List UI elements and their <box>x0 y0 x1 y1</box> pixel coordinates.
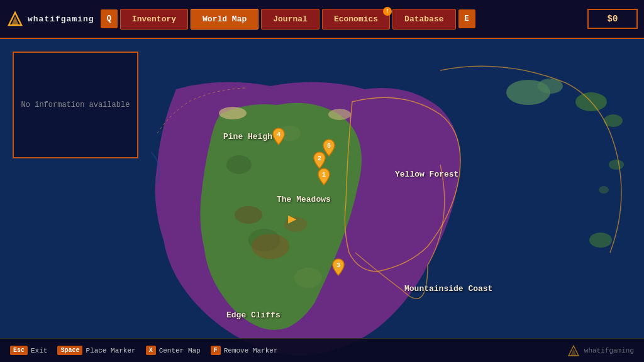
tab-economics[interactable]: Economics! <box>322 9 390 30</box>
svg-point-13 <box>278 126 301 141</box>
shortcut-e-button[interactable]: E <box>458 9 475 28</box>
key-label-x: Center Map <box>159 347 201 354</box>
bottom-logo: whatifgaming <box>567 344 634 358</box>
key-badge-esc: Esc <box>10 346 28 355</box>
logo-area: whatifgaming <box>6 10 94 28</box>
key-hint-f: FRemove Marker <box>211 346 278 355</box>
info-panel-text: No information available <box>21 101 130 109</box>
tab-inventory[interactable]: Inventory <box>120 9 188 30</box>
svg-point-15 <box>328 109 351 120</box>
svg-point-17 <box>284 217 307 232</box>
currency-display: $0 <box>587 9 638 29</box>
logo-icon <box>6 10 24 28</box>
nav-tabs: Q InventoryWorld MapJournalEconomics!Dat… <box>101 9 587 30</box>
key-hint-esc: EscExit <box>10 346 47 355</box>
key-hint-space: SpacePlace Marker <box>57 346 135 355</box>
tab-worldmap[interactable]: World Map <box>191 9 258 30</box>
svg-point-10 <box>226 155 252 174</box>
svg-point-9 <box>538 79 563 94</box>
key-label-esc: Exit <box>31 347 47 354</box>
logo-text: whatifgaming <box>28 14 94 24</box>
info-panel: No information available <box>13 52 138 158</box>
bottom-bar: EscExitSpacePlace MarkerXCenter MapFRemo… <box>0 338 644 362</box>
svg-point-16 <box>252 234 289 259</box>
bottom-logo-icon <box>567 344 580 358</box>
alert-badge-economics: ! <box>383 7 392 16</box>
svg-point-12 <box>294 268 322 288</box>
svg-point-6 <box>609 160 624 170</box>
key-hint-x: XCenter Map <box>146 346 201 355</box>
tab-journal[interactable]: Journal <box>261 9 319 30</box>
shortcut-q-button[interactable]: Q <box>101 9 118 28</box>
key-label-f: Remove Marker <box>224 347 278 354</box>
header: whatifgaming Q InventoryWorld MapJournal… <box>0 0 644 39</box>
svg-point-14 <box>219 107 247 119</box>
bottom-logo-text: whatifgaming <box>584 347 634 354</box>
map-area[interactable]: Pine Heights The Meadows Yellow Forest M… <box>0 39 644 362</box>
svg-point-7 <box>599 186 609 194</box>
tab-database[interactable]: Database <box>392 9 455 30</box>
key-badge-space: Space <box>57 346 82 355</box>
key-badge-f: F <box>211 346 221 355</box>
svg-point-5 <box>589 233 612 248</box>
svg-point-18 <box>235 206 262 224</box>
key-label-space: Place Marker <box>86 347 135 354</box>
key-badge-x: X <box>146 346 156 355</box>
